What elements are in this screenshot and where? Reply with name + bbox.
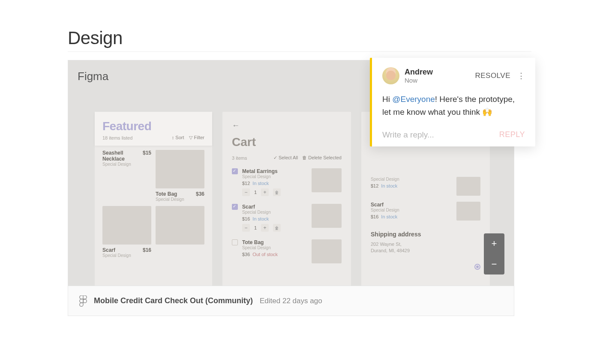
zoom-controls: + − <box>484 233 504 274</box>
screen-cart: ← Cart 3 items ✓ Select All 🗑 Delete Sel… <box>222 112 351 286</box>
filter-button[interactable]: ▽ Filter <box>189 135 204 140</box>
comment-body: Hi @Everyone! Here's the prototype, let … <box>382 93 525 119</box>
product-card[interactable]: Tote Bag$36 Special Design <box>156 150 204 202</box>
back-arrow-icon[interactable]: ← <box>232 121 342 130</box>
shipping-title: Shipping address <box>371 231 480 238</box>
product-thumb <box>456 177 480 196</box>
more-menu-icon[interactable]: ⋮ <box>517 71 525 81</box>
sort-button[interactable]: ↕ Sort <box>172 135 184 140</box>
cart-title: Cart <box>232 135 342 149</box>
divider <box>68 51 531 52</box>
cart-subtitle: 3 items <box>232 155 247 161</box>
product-thumb <box>456 202 480 221</box>
mention[interactable]: @Everyone <box>392 95 435 104</box>
shipping-address: 202 Wayne St, Durand, MI, 48429 <box>371 241 480 254</box>
product-image <box>156 206 204 245</box>
featured-subtitle: 18 items listed <box>102 135 132 140</box>
product-card[interactable]: Scarf$16 Special Design <box>102 206 151 258</box>
embed-provider-label: Figma <box>78 70 108 83</box>
trash-icon[interactable]: 🗑 <box>273 224 281 232</box>
qty-plus-button[interactable]: + <box>261 224 269 232</box>
qty-value: 1 <box>252 225 258 230</box>
qty-minus-button[interactable]: − <box>242 224 250 232</box>
avatar <box>382 67 399 84</box>
zoom-in-button[interactable]: + <box>484 233 504 254</box>
comment-author: Andrew <box>405 68 433 77</box>
checkout-item: Scarf Special Design $16In stock <box>371 202 480 221</box>
cart-item: Tote Bag Special Design $36Out of stock <box>232 239 342 263</box>
checkout-item: Special Design $12In stock <box>371 177 480 196</box>
svg-point-0 <box>83 299 87 302</box>
edited-label: Edited 22 days ago <box>260 297 322 305</box>
qty-plus-button[interactable]: + <box>261 188 269 196</box>
trash-icon[interactable]: 🗑 <box>273 188 281 196</box>
product-thumb <box>312 204 342 228</box>
radio-selected-icon[interactable] <box>474 264 480 270</box>
file-name[interactable]: Mobile Credit Card Check Out (Community) <box>94 296 253 305</box>
reply-input[interactable] <box>382 130 499 140</box>
checkbox-icon[interactable] <box>232 204 238 210</box>
qty-value: 1 <box>252 190 258 195</box>
product-thumb <box>312 239 342 263</box>
select-all-button[interactable]: ✓ Select All <box>273 155 298 161</box>
product-thumb <box>312 168 342 192</box>
comment-time: Now <box>405 77 433 84</box>
zoom-out-button[interactable]: − <box>484 254 504 274</box>
delete-selected-button[interactable]: 🗑 Delete Selected <box>302 155 342 161</box>
reply-button[interactable]: REPLY <box>499 130 525 139</box>
cart-item: Scarf Special Design $16In stock − 1 + 🗑 <box>232 204 342 232</box>
checkbox-icon[interactable] <box>232 239 238 245</box>
comment-card: Andrew Now RESOLVE ⋮ Hi @Everyone! Here'… <box>370 58 535 146</box>
figma-logo-icon <box>79 295 87 307</box>
resolve-button[interactable]: RESOLVE <box>475 72 510 80</box>
page-title: Design <box>68 28 123 48</box>
featured-title: Featured <box>102 119 204 133</box>
cart-item: Metal Earrings Special Design $12In stoc… <box>232 168 342 196</box>
checkbox-icon[interactable] <box>232 168 238 174</box>
qty-minus-button[interactable]: − <box>242 188 250 196</box>
embed-footer: Mobile Credit Card Check Out (Community)… <box>68 286 514 316</box>
product-card[interactable] <box>156 206 204 258</box>
product-image <box>102 206 151 245</box>
product-image <box>156 150 204 188</box>
product-card[interactable]: Seashell Necklace$15 Special Design <box>102 150 151 202</box>
screen-featured: Featured 18 items listed ↕ Sort ▽ Filter… <box>95 112 212 286</box>
